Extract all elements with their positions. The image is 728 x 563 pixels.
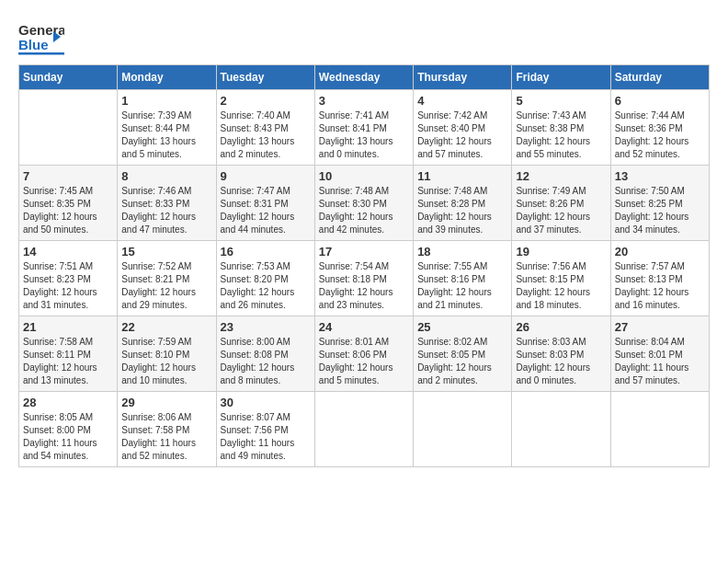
day-number: 24	[319, 320, 409, 334]
svg-text:Blue: Blue	[18, 37, 49, 52]
week-row-4: 21Sunrise: 7:58 AMSunset: 8:11 PMDayligh…	[19, 316, 710, 392]
day-info: Sunrise: 7:40 AMSunset: 8:43 PMDaylight:…	[221, 109, 311, 161]
day-info: Sunrise: 7:51 AMSunset: 8:23 PMDaylight:…	[23, 260, 113, 312]
day-cell: 2Sunrise: 7:40 AMSunset: 8:43 PMDaylight…	[216, 90, 314, 166]
day-number: 2	[221, 94, 311, 108]
day-cell: 28Sunrise: 8:05 AMSunset: 8:00 PMDayligh…	[19, 392, 118, 467]
week-row-3: 14Sunrise: 7:51 AMSunset: 8:23 PMDayligh…	[19, 241, 710, 316]
day-cell: 19Sunrise: 7:56 AMSunset: 8:15 PMDayligh…	[512, 241, 610, 316]
day-info: Sunrise: 7:44 AMSunset: 8:36 PMDaylight:…	[615, 109, 705, 161]
day-info: Sunrise: 7:46 AMSunset: 8:33 PMDaylight:…	[121, 185, 211, 236]
day-info: Sunrise: 7:57 AMSunset: 8:13 PMDaylight:…	[615, 260, 705, 312]
week-row-5: 28Sunrise: 8:05 AMSunset: 8:00 PMDayligh…	[19, 392, 710, 467]
day-number: 23	[221, 320, 311, 334]
day-number: 20	[615, 245, 705, 259]
col-header-sunday: Sunday	[19, 65, 118, 90]
day-number: 4	[417, 94, 507, 108]
day-cell	[610, 392, 709, 467]
day-cell: 20Sunrise: 7:57 AMSunset: 8:13 PMDayligh…	[610, 241, 709, 316]
day-cell: 11Sunrise: 7:48 AMSunset: 8:28 PMDayligh…	[414, 166, 512, 241]
day-info: Sunrise: 7:59 AMSunset: 8:10 PMDaylight:…	[121, 336, 211, 387]
day-cell: 26Sunrise: 8:03 AMSunset: 8:03 PMDayligh…	[512, 316, 610, 392]
day-info: Sunrise: 8:02 AMSunset: 8:05 PMDaylight:…	[417, 336, 507, 387]
day-number: 30	[221, 396, 311, 409]
day-number: 28	[23, 396, 113, 409]
day-info: Sunrise: 7:48 AMSunset: 8:30 PMDaylight:…	[319, 185, 409, 236]
day-cell: 22Sunrise: 7:59 AMSunset: 8:10 PMDayligh…	[118, 316, 216, 392]
day-info: Sunrise: 8:05 AMSunset: 8:00 PMDaylight:…	[23, 411, 113, 463]
day-cell: 23Sunrise: 8:00 AMSunset: 8:08 PMDayligh…	[216, 316, 314, 392]
day-info: Sunrise: 7:53 AMSunset: 8:20 PMDaylight:…	[221, 260, 311, 312]
day-cell: 4Sunrise: 7:42 AMSunset: 8:40 PMDaylight…	[414, 90, 512, 166]
day-info: Sunrise: 7:43 AMSunset: 8:38 PMDaylight:…	[516, 109, 606, 161]
day-cell: 6Sunrise: 7:44 AMSunset: 8:36 PMDaylight…	[610, 90, 709, 166]
day-number: 27	[615, 320, 705, 334]
day-cell: 25Sunrise: 8:02 AMSunset: 8:05 PMDayligh…	[414, 316, 512, 392]
day-info: Sunrise: 7:45 AMSunset: 8:35 PMDaylight:…	[23, 185, 113, 236]
page-header: General Blue	[18, 18, 710, 55]
week-row-2: 7Sunrise: 7:45 AMSunset: 8:35 PMDaylight…	[19, 166, 710, 241]
day-number: 25	[417, 320, 507, 334]
day-cell: 27Sunrise: 8:04 AMSunset: 8:01 PMDayligh…	[610, 316, 709, 392]
day-number: 8	[121, 169, 211, 183]
day-info: Sunrise: 7:56 AMSunset: 8:15 PMDaylight:…	[516, 260, 606, 312]
col-header-saturday: Saturday	[610, 65, 709, 90]
day-cell: 7Sunrise: 7:45 AMSunset: 8:35 PMDaylight…	[19, 166, 118, 241]
day-cell: 24Sunrise: 8:01 AMSunset: 8:06 PMDayligh…	[314, 316, 413, 392]
day-number: 13	[615, 169, 705, 183]
day-number: 9	[221, 169, 311, 183]
day-info: Sunrise: 7:49 AMSunset: 8:26 PMDaylight:…	[516, 185, 606, 236]
day-cell: 8Sunrise: 7:46 AMSunset: 8:33 PMDaylight…	[118, 166, 216, 241]
day-info: Sunrise: 7:54 AMSunset: 8:18 PMDaylight:…	[319, 260, 409, 312]
day-cell: 29Sunrise: 8:06 AMSunset: 7:58 PMDayligh…	[118, 392, 216, 467]
calendar-table: SundayMondayTuesdayWednesdayThursdayFrid…	[18, 64, 710, 467]
day-cell: 1Sunrise: 7:39 AMSunset: 8:44 PMDaylight…	[118, 90, 216, 166]
day-info: Sunrise: 7:55 AMSunset: 8:16 PMDaylight:…	[417, 260, 507, 312]
day-info: Sunrise: 8:06 AMSunset: 7:58 PMDaylight:…	[121, 411, 211, 463]
day-info: Sunrise: 7:42 AMSunset: 8:40 PMDaylight:…	[417, 109, 507, 161]
day-cell	[19, 90, 118, 166]
day-number: 19	[516, 245, 606, 259]
day-cell: 15Sunrise: 7:52 AMSunset: 8:21 PMDayligh…	[118, 241, 216, 316]
day-number: 11	[417, 169, 507, 183]
day-number: 6	[615, 94, 705, 108]
day-cell	[314, 392, 413, 467]
day-info: Sunrise: 7:41 AMSunset: 8:41 PMDaylight:…	[319, 109, 409, 161]
day-info: Sunrise: 8:00 AMSunset: 8:08 PMDaylight:…	[221, 336, 311, 387]
day-info: Sunrise: 7:52 AMSunset: 8:21 PMDaylight:…	[121, 260, 211, 312]
day-cell: 13Sunrise: 7:50 AMSunset: 8:25 PMDayligh…	[610, 166, 709, 241]
day-number: 3	[319, 94, 409, 108]
day-number: 1	[121, 94, 211, 108]
day-cell: 30Sunrise: 8:07 AMSunset: 7:56 PMDayligh…	[216, 392, 314, 467]
day-number: 16	[221, 245, 311, 259]
day-cell: 12Sunrise: 7:49 AMSunset: 8:26 PMDayligh…	[512, 166, 610, 241]
day-cell: 18Sunrise: 7:55 AMSunset: 8:16 PMDayligh…	[414, 241, 512, 316]
day-number: 18	[417, 245, 507, 259]
day-cell	[414, 392, 512, 467]
day-info: Sunrise: 7:58 AMSunset: 8:11 PMDaylight:…	[23, 336, 113, 387]
day-info: Sunrise: 7:48 AMSunset: 8:28 PMDaylight:…	[417, 185, 507, 236]
header-row: SundayMondayTuesdayWednesdayThursdayFrid…	[19, 65, 710, 90]
col-header-tuesday: Tuesday	[216, 65, 314, 90]
day-cell: 9Sunrise: 7:47 AMSunset: 8:31 PMDaylight…	[216, 166, 314, 241]
col-header-friday: Friday	[512, 65, 610, 90]
day-number: 26	[516, 320, 606, 334]
day-cell: 3Sunrise: 7:41 AMSunset: 8:41 PMDaylight…	[314, 90, 413, 166]
day-info: Sunrise: 8:03 AMSunset: 8:03 PMDaylight:…	[516, 336, 606, 387]
day-number: 29	[121, 396, 211, 409]
svg-rect-3	[18, 52, 64, 55]
day-cell: 21Sunrise: 7:58 AMSunset: 8:11 PMDayligh…	[19, 316, 118, 392]
day-number: 15	[121, 245, 211, 259]
day-cell: 14Sunrise: 7:51 AMSunset: 8:23 PMDayligh…	[19, 241, 118, 316]
logo-icon: General Blue	[18, 18, 64, 55]
day-number: 17	[319, 245, 409, 259]
day-cell: 10Sunrise: 7:48 AMSunset: 8:30 PMDayligh…	[314, 166, 413, 241]
day-cell: 16Sunrise: 7:53 AMSunset: 8:20 PMDayligh…	[216, 241, 314, 316]
day-cell: 5Sunrise: 7:43 AMSunset: 8:38 PMDaylight…	[512, 90, 610, 166]
day-number: 22	[121, 320, 211, 334]
day-number: 21	[23, 320, 113, 334]
day-number: 12	[516, 169, 606, 183]
col-header-monday: Monday	[118, 65, 216, 90]
day-number: 7	[23, 169, 113, 183]
day-number: 5	[516, 94, 606, 108]
